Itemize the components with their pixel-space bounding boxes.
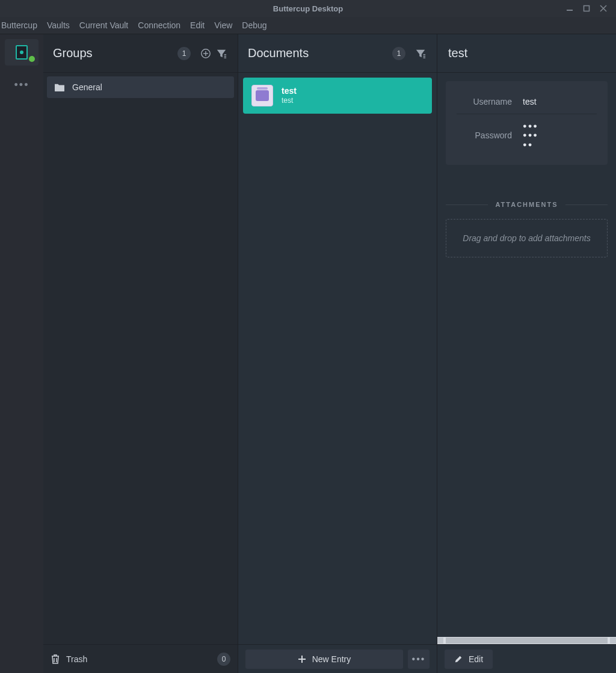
detail-title: test [448,46,467,60]
group-item-label: General [72,82,102,92]
menu-connection[interactable]: Connection [133,18,185,32]
entry-item-test[interactable]: test test [243,78,432,114]
detail-body: Username test Password ●●● ●●● ●● ATTACH… [437,73,616,637]
window-title: Buttercup Desktop [273,4,343,13]
vault-more-icon[interactable]: ••• [14,79,29,91]
filter-groups-icon[interactable] [215,47,228,60]
horizontal-scrollbar[interactable] [437,637,616,644]
group-item-general[interactable]: General [47,76,234,98]
trash-button[interactable]: Trash [51,654,211,665]
documents-count-badge: 1 [392,47,405,60]
groups-footer: Trash 0 [43,644,238,673]
attachments-dropzone[interactable]: Drag and drop to add attachments [446,219,608,257]
trash-label: Trash [66,654,87,664]
attachments-separator: ATTACHMENTS [446,201,608,208]
documents-more-icon[interactable]: ••• [408,650,430,669]
trash-count-badge: 0 [217,653,230,666]
documents-column: Documents 1 test test New Entry ••• [238,34,437,673]
filter-documents-icon[interactable] [414,47,427,60]
entry-type-icon [251,85,273,106]
maximize-icon[interactable] [582,4,591,13]
sep-line-left [446,204,488,205]
detail-card: Username test Password ●●● ●●● ●● [446,81,608,165]
groups-column: Groups 1 General Trash 0 [43,34,238,673]
password-value: ●●● ●●● ●● [523,121,538,149]
menu-edit[interactable]: Edit [185,18,209,32]
minimize-icon[interactable] [565,4,574,13]
menu-view[interactable]: View [209,18,237,32]
plus-icon [298,655,306,663]
groups-list: General [43,73,238,644]
password-label: Password [457,131,523,140]
sep-line-right [565,204,608,205]
vault-icon [16,45,28,60]
menu-debug[interactable]: Debug [237,18,271,32]
field-password[interactable]: Password ●●● ●●● ●● [457,114,597,156]
svg-rect-1 [584,6,590,11]
vault-tile[interactable] [5,39,38,66]
dropzone-text: Drag and drop to add attachments [463,233,590,243]
entry-text: test test [282,86,297,105]
entry-title: test [282,86,297,96]
detail-footer: Edit [437,644,616,673]
scrollbar-thumb[interactable] [446,638,608,644]
attachments-label: ATTACHMENTS [495,201,558,208]
documents-list: test test [238,73,437,644]
edit-button[interactable]: Edit [445,650,493,669]
detail-header: test [437,34,616,73]
field-username[interactable]: Username test [457,90,597,114]
detail-column: test Username test Password ●●● ●●● ●● [437,34,616,673]
edit-label: Edit [469,654,483,664]
documents-title: Documents [248,46,392,60]
new-entry-button[interactable]: New Entry [245,650,403,669]
menubar: Buttercup Vaults Current Vault Connectio… [0,17,616,34]
menu-buttercup[interactable]: Buttercup [0,18,42,32]
groups-count-badge: 1 [177,47,191,60]
documents-footer: New Entry ••• [238,644,437,673]
groups-header: Groups 1 [43,34,238,73]
menu-vaults[interactable]: Vaults [42,18,75,32]
titlebar: Buttercup Desktop [0,0,616,17]
groups-title: Groups [53,46,177,60]
username-label: Username [457,97,523,106]
vault-rail: ••• [0,34,43,673]
main-area: ••• Groups 1 General Trash 0 [0,34,616,673]
username-value: test [523,97,537,106]
documents-header: Documents 1 [238,34,437,73]
folder-icon [54,82,65,92]
vault-status-icon [29,56,35,62]
entry-subtitle: test [282,96,297,105]
new-entry-label: New Entry [312,654,351,664]
close-icon[interactable] [599,4,608,13]
window-controls [565,0,614,17]
pencil-icon [454,655,463,663]
trash-icon [51,654,60,665]
add-group-icon[interactable] [199,47,212,60]
menu-current-vault[interactable]: Current Vault [75,18,133,32]
